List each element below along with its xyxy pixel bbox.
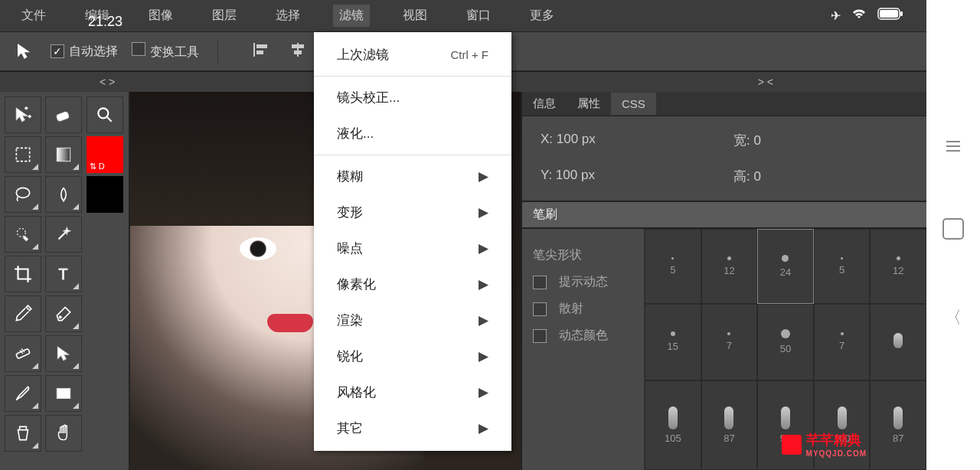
menu-select[interactable]: 选择 <box>270 5 306 27</box>
auto-select-check[interactable]: 自动选择 <box>51 44 118 60</box>
svg-point-33 <box>59 316 61 318</box>
hand-tool[interactable] <box>45 415 82 452</box>
align-hcenter-icon[interactable] <box>287 41 309 61</box>
dd-render[interactable]: 渲染▶ <box>314 302 511 338</box>
tab-info[interactable]: 信息 <box>522 92 567 116</box>
dd-liquify[interactable]: 液化... <box>314 116 511 152</box>
zoom-tool[interactable] <box>87 96 123 133</box>
status-icons: ✈ <box>831 8 903 23</box>
crumb-right[interactable]: > < <box>758 76 773 88</box>
brush-preset[interactable]: 24 <box>757 229 814 304</box>
brush-color-dynamic[interactable]: 动态颜色 <box>533 328 633 344</box>
brush-scatter[interactable]: 散射 <box>533 301 633 317</box>
crop-tool[interactable] <box>5 256 41 292</box>
submenu-arrow-icon: ▶ <box>479 240 488 256</box>
brush-panel-header[interactable]: 笔刷 <box>522 201 926 229</box>
submenu-arrow-icon: ▶ <box>479 204 488 220</box>
brush-preset[interactable]: 7 <box>814 304 871 381</box>
eyedropper-tool[interactable] <box>5 295 41 332</box>
submenu-arrow-icon: ▶ <box>479 420 488 436</box>
clone-tool[interactable] <box>5 415 41 452</box>
brush-preset[interactable]: 12 <box>701 229 758 304</box>
menu-image[interactable]: 图像 <box>142 5 179 27</box>
tab-css[interactable]: CSS <box>611 93 656 115</box>
info-x: X: 100 px <box>541 132 715 149</box>
dd-noise[interactable]: 噪点▶ <box>314 230 511 266</box>
menu-window[interactable]: 窗口 <box>460 5 497 27</box>
brush-preset[interactable]: 5 <box>645 229 701 304</box>
menu-view[interactable]: 视图 <box>397 5 433 27</box>
nav-menu-icon[interactable] <box>946 141 960 152</box>
nav-back-icon[interactable]: 〈 <box>945 306 962 329</box>
svg-text:T: T <box>59 266 68 282</box>
svg-rect-8 <box>294 51 302 54</box>
move-tool-icon[interactable] <box>14 40 37 63</box>
eraser-tool[interactable] <box>45 96 82 133</box>
path-select-tool[interactable] <box>45 335 82 372</box>
wand-tool[interactable] <box>45 216 82 253</box>
brush-preset[interactable] <box>870 304 926 381</box>
toolbox: ⇅ D T <box>0 92 130 470</box>
tab-attrs[interactable]: 属性 <box>567 92 611 116</box>
svg-rect-7 <box>292 44 304 48</box>
dd-sharpen[interactable]: 锐化▶ <box>314 338 511 374</box>
submenu-arrow-icon: ▶ <box>479 384 488 400</box>
brush-preset[interactable]: 5 <box>814 229 871 304</box>
shape-tool[interactable] <box>45 375 82 412</box>
brush-dynamics[interactable]: 提示动态 <box>533 274 633 290</box>
crumb-left[interactable]: < > <box>100 76 115 88</box>
status-time: 21:23 <box>88 14 122 30</box>
brush-tip-shape[interactable]: 笔尖形状 <box>533 247 633 263</box>
menubar: 文件 编辑 图像 图层 选择 滤镜 视图 窗口 更多 <box>0 0 926 32</box>
transform-check[interactable]: 变换工具 <box>132 42 199 60</box>
pen-tool[interactable] <box>45 295 82 332</box>
brush-preset[interactable]: 105 <box>645 380 701 470</box>
svg-point-29 <box>16 188 29 197</box>
brush-tool[interactable] <box>5 375 41 412</box>
color-swatch-bg[interactable] <box>87 176 123 213</box>
svg-rect-1 <box>880 10 898 18</box>
battery-icon <box>877 8 903 23</box>
watermark-icon <box>782 435 802 455</box>
menu-file[interactable]: 文件 <box>15 5 52 27</box>
device-nav: 〈 <box>926 0 980 470</box>
dd-blur[interactable]: 模糊▶ <box>314 158 511 194</box>
dd-last-filter[interactable]: 上次滤镜Ctrl + F <box>314 37 511 73</box>
menu-more[interactable]: 更多 <box>524 5 560 27</box>
gradient-tool[interactable] <box>45 136 82 173</box>
watermark: 芊芊精典 MYQQJD.COM <box>782 431 867 458</box>
type-tool[interactable]: T <box>45 256 82 292</box>
quick-select-tool[interactable] <box>5 216 41 253</box>
align-left-icon[interactable] <box>252 41 273 61</box>
lasso-tool[interactable] <box>5 176 41 213</box>
airplane-icon: ✈ <box>831 8 841 23</box>
dd-pixel[interactable]: 像素化▶ <box>314 266 511 302</box>
menu-layer[interactable]: 图层 <box>206 5 243 27</box>
dd-other[interactable]: 其它▶ <box>314 410 511 446</box>
nav-square-icon[interactable] <box>942 218 964 240</box>
color-swatch[interactable]: ⇅ D <box>87 136 123 173</box>
brush-preset[interactable]: 50 <box>757 304 814 381</box>
brush-preset[interactable]: 7 <box>701 304 758 381</box>
move-tool[interactable] <box>5 96 41 133</box>
blur-tool[interactable] <box>45 176 82 213</box>
menu-filter[interactable]: 滤镜 <box>333 5 370 27</box>
svg-rect-28 <box>57 148 70 161</box>
healing-tool[interactable] <box>5 335 41 372</box>
brush-preset[interactable]: 87 <box>870 380 926 470</box>
marquee-tool[interactable] <box>5 136 41 173</box>
dd-distort[interactable]: 变形▶ <box>314 194 511 230</box>
brush-preset[interactable]: 12 <box>870 229 926 304</box>
dd-lens[interactable]: 镜头校正... <box>314 80 511 116</box>
svg-line-26 <box>107 117 111 121</box>
submenu-arrow-icon: ▶ <box>479 348 488 364</box>
submenu-arrow-icon: ▶ <box>479 168 488 184</box>
svg-line-31 <box>59 231 67 240</box>
svg-rect-5 <box>256 51 263 54</box>
info-y: Y: 100 px <box>541 168 715 185</box>
svg-rect-3 <box>253 43 255 57</box>
dd-stylize[interactable]: 风格化▶ <box>314 374 511 410</box>
info-w: 宽: 0 <box>733 132 908 149</box>
brush-preset[interactable]: 15 <box>645 304 701 381</box>
brush-preset[interactable]: 87 <box>701 380 758 470</box>
